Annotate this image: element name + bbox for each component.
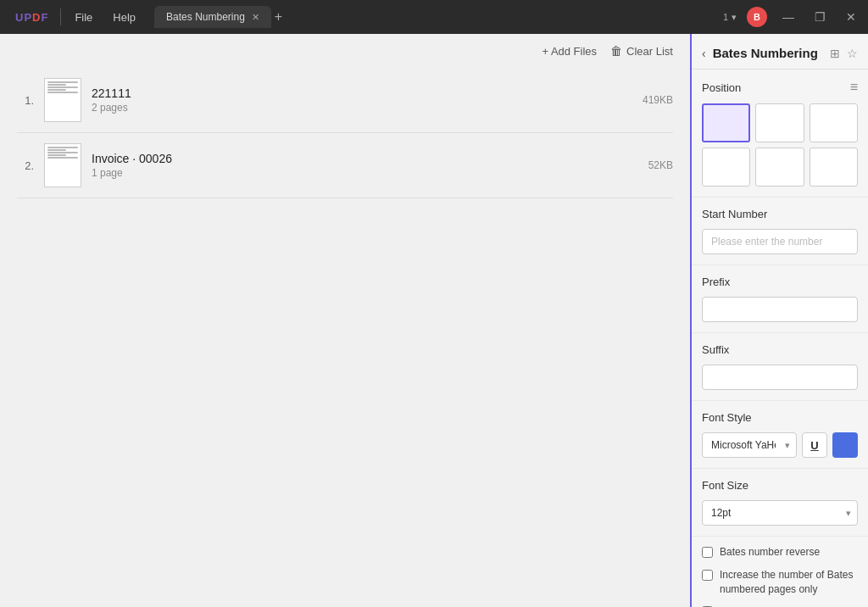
position-top-right[interactable]: [810, 103, 858, 142]
menu-file[interactable]: File: [64, 11, 103, 24]
avatar[interactable]: B: [747, 7, 767, 27]
list-item: 1. 221111 2 pages 419KB: [17, 68, 673, 133]
back-icon[interactable]: ‹: [702, 47, 706, 60]
menu-help[interactable]: Help: [103, 11, 146, 24]
main-area: + Add Files 🗑 Clear List 1. 221111: [0, 34, 868, 607]
font-style-section: Font Style Microsoft YaHei U: [692, 401, 868, 469]
file-toolbar: + Add Files 🗑 Clear List: [0, 34, 690, 68]
checkbox-increase[interactable]: Increase the number of Bates numbered pa…: [702, 568, 858, 597]
font-size-select-wrapper: 12pt: [702, 500, 858, 526]
file-name: Invoice · 00026: [92, 152, 638, 165]
position-grid: [702, 103, 858, 187]
checkbox-reverse[interactable]: Bates number reverse: [702, 545, 858, 560]
titlebar-sep: [60, 8, 61, 25]
position-label: Position ≡: [702, 80, 858, 95]
tab-label: Bates Numbering: [166, 11, 245, 23]
position-top-left[interactable]: [702, 103, 750, 142]
tab-close-icon[interactable]: ✕: [252, 12, 259, 23]
position-bottom-left[interactable]: [702, 148, 750, 187]
close-button[interactable]: ✕: [841, 8, 861, 25]
position-bottom-right[interactable]: [810, 148, 858, 187]
prefix-label: Prefix: [702, 276, 858, 288]
start-number-label: Start Number: [702, 208, 858, 220]
file-thumbnail: [44, 143, 81, 187]
font-family-select[interactable]: Microsoft YaHei: [702, 432, 797, 458]
trash-icon: 🗑: [610, 44, 622, 58]
file-number: 1.: [17, 94, 34, 107]
underline-button[interactable]: U: [802, 432, 827, 458]
app-logo: UPDF: [7, 11, 57, 24]
position-top-center[interactable]: [755, 103, 804, 142]
suffix-label: Suffix: [702, 343, 858, 356]
font-select-wrapper: Microsoft YaHei: [702, 432, 797, 458]
font-style-label: Font Style: [702, 411, 858, 424]
minimize-button[interactable]: —: [777, 8, 799, 25]
checkbox-section: Bates number reverse Increase the number…: [692, 537, 868, 607]
font-size-select[interactable]: 12pt: [702, 500, 858, 526]
list-item: 2. Invoice · 00026 1 page 52KB: [17, 133, 673, 198]
file-area: + Add Files 🗑 Clear List 1. 221111: [0, 34, 690, 607]
file-list: 1. 221111 2 pages 419KB 2.: [0, 68, 690, 607]
file-pages: 1 page: [92, 167, 638, 179]
increase-label: Increase the number of Bates numbered pa…: [720, 568, 858, 597]
font-size-label: Font Size: [702, 479, 858, 492]
add-files-button[interactable]: + Add Files: [542, 45, 597, 58]
font-size-section: Font Size 12pt: [692, 469, 868, 537]
reverse-label: Bates number reverse: [720, 545, 820, 560]
version-label: 1 ▾: [723, 12, 737, 23]
window-controls: 1 ▾ B — ❐ ✕: [723, 7, 861, 27]
settings-icon[interactable]: ≡: [850, 80, 858, 95]
file-info: Invoice · 00026 1 page: [92, 152, 638, 179]
maximize-button[interactable]: ❐: [810, 8, 831, 25]
position-bottom-center[interactable]: [755, 148, 804, 187]
file-size: 419KB: [643, 94, 673, 106]
file-name: 221111: [92, 86, 632, 100]
star-icon[interactable]: ☆: [847, 47, 858, 60]
panel-title: Bates Numbering: [713, 46, 823, 60]
suffix-section: Suffix: [692, 333, 868, 401]
font-color-button[interactable]: [832, 432, 858, 458]
titlebar: UPDF File Help Bates Numbering ✕ + 1 ▾ B…: [0, 0, 868, 34]
file-size: 52KB: [648, 159, 673, 171]
file-pages: 2 pages: [92, 102, 632, 114]
position-section: Position ≡: [692, 70, 868, 198]
layout-icon[interactable]: ⊞: [830, 47, 840, 60]
file-info: 221111 2 pages: [92, 86, 632, 114]
file-number: 2.: [17, 159, 34, 172]
file-thumbnail: [44, 78, 81, 122]
new-tab-icon[interactable]: +: [275, 9, 282, 25]
start-number-input[interactable]: [702, 229, 858, 254]
reverse-checkbox[interactable]: [702, 547, 713, 558]
font-style-row: Microsoft YaHei U: [702, 432, 858, 458]
bates-numbering-panel: ‹ Bates Numbering ⊞ ☆ Position ≡ Star: [690, 34, 868, 607]
start-number-section: Start Number: [692, 198, 868, 265]
panel-header: ‹ Bates Numbering ⊞ ☆: [692, 34, 868, 70]
increase-checkbox[interactable]: [702, 570, 713, 581]
prefix-section: Prefix: [692, 265, 868, 333]
clear-list-button[interactable]: 🗑 Clear List: [610, 44, 673, 58]
suffix-input[interactable]: [702, 365, 858, 390]
prefix-input[interactable]: [702, 297, 858, 322]
active-tab[interactable]: Bates Numbering ✕: [154, 6, 271, 28]
